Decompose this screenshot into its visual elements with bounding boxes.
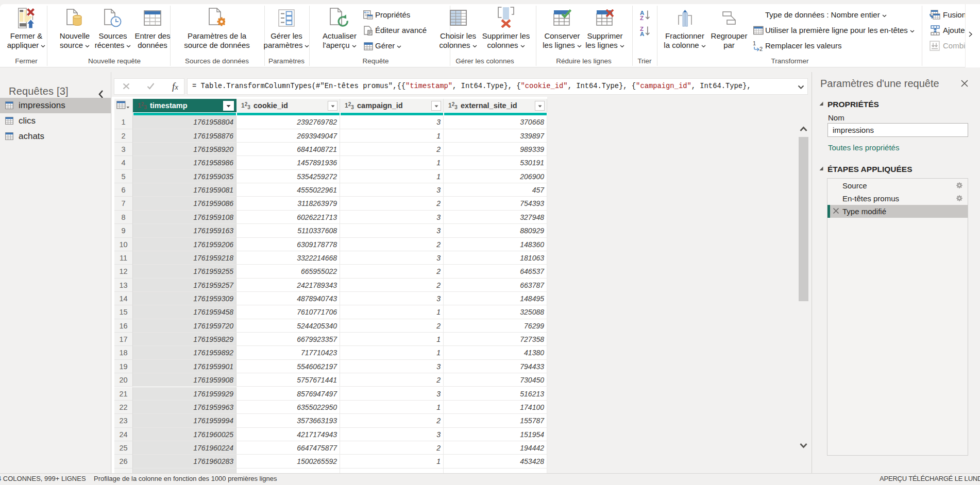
svg-text:2: 2 [759, 46, 763, 51]
svg-text:A: A [640, 31, 644, 37]
svg-text:Z: Z [640, 15, 644, 21]
svg-text:1: 1 [753, 41, 756, 46]
